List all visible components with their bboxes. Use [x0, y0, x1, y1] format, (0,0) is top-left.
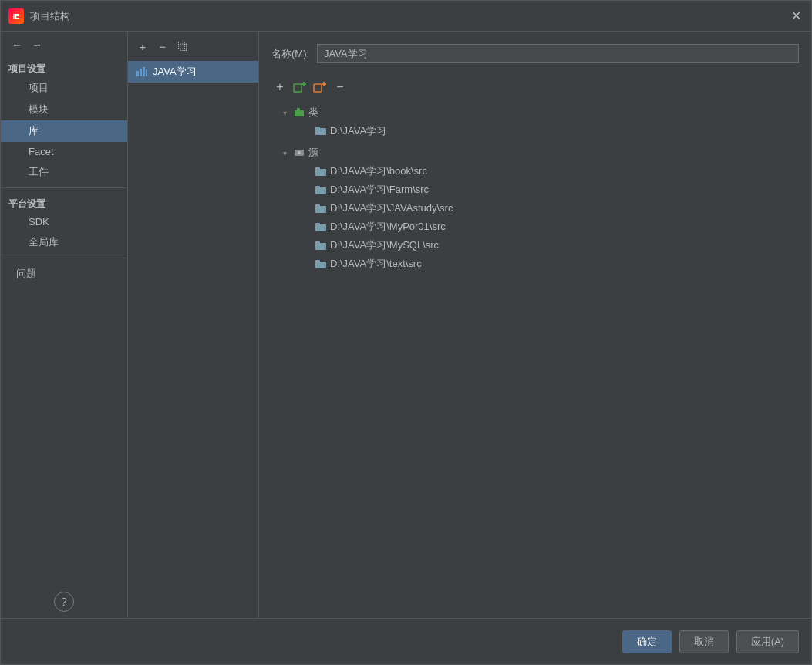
name-label: 名称(M): [271, 47, 309, 61]
class-label: 类 [308, 106, 318, 120]
middle-remove-button[interactable]: − [154, 38, 171, 55]
middle-item-label: JAVA学习 [153, 65, 197, 79]
sidebar-item-problems[interactable]: 问题 [1, 263, 127, 285]
sidebar-item-module[interactable]: 模块 [1, 99, 127, 120]
svg-rect-13 [315, 127, 320, 130]
app-icon: IE [8, 8, 24, 24]
dialog: IE 项目结构 ✕ ← → 项目设置 项目 模块 [0, 0, 812, 665]
close-button[interactable]: ✕ [788, 8, 804, 24]
middle-panel: + − ⿻ JAVA学习 [128, 32, 259, 618]
confirm-button[interactable]: 确定 [622, 630, 672, 653]
library-icon [136, 66, 148, 77]
apply-button[interactable]: 应用(A) [736, 630, 799, 653]
class-tree-node[interactable]: ▾ 类 [279, 103, 799, 122]
class-child-node[interactable]: D:\JAVA学习 [301, 122, 799, 140]
sidebar-nav: ← → [1, 32, 127, 58]
class-child-label: D:\JAVA学习 [330, 124, 386, 138]
dialog-title: 项目结构 [30, 9, 70, 23]
project-settings-label: 项目设置 [1, 58, 127, 77]
svg-rect-4 [294, 84, 302, 92]
add-class-button[interactable] [291, 79, 308, 96]
source-label: 源 [308, 146, 318, 160]
name-row: 名称(M): [271, 44, 799, 63]
source-child-1[interactable]: D:\JAVA学习\Farm\src [301, 181, 799, 199]
svg-rect-10 [295, 110, 304, 116]
source-child-0[interactable]: D:\JAVA学习\book\src [301, 162, 799, 181]
sidebar-item-project[interactable]: 项目 [1, 77, 127, 99]
sidebar-item-global-lib[interactable]: 全局库 [1, 231, 127, 253]
right-panel: 名称(M): + [259, 32, 811, 618]
right-toolbar: + [271, 79, 799, 96]
sidebar-item-artifact[interactable]: 工件 [1, 161, 127, 183]
middle-item-java-study[interactable]: JAVA学习 [128, 61, 258, 83]
source-child-4[interactable]: D:\JAVA学习\MySQL\src [301, 236, 799, 255]
svg-point-15 [298, 151, 301, 154]
folder-icon-3 [315, 221, 327, 232]
class-toggle[interactable]: ▾ [279, 109, 290, 117]
svg-rect-2 [143, 67, 145, 76]
help-button[interactable]: ? [54, 592, 74, 612]
title-bar: IE 项目结构 ✕ [1, 1, 811, 32]
svg-rect-7 [314, 84, 322, 92]
source-tree-node[interactable]: ▾ 源 [279, 143, 799, 162]
folder-icon-4 [315, 240, 327, 251]
middle-copy-button[interactable]: ⿻ [174, 38, 191, 55]
folder-icon-2 [315, 203, 327, 214]
svg-rect-11 [297, 108, 300, 111]
svg-rect-19 [315, 186, 320, 189]
source-children: D:\JAVA学习\book\src D:\JAVA学习\Farm\src [279, 162, 799, 273]
source-child-2[interactable]: D:\JAVA学习\JAVAstudy\src [301, 199, 799, 218]
source-child-3[interactable]: D:\JAVA学习\MyPor01\src [301, 218, 799, 236]
folder-icon-0 [315, 166, 327, 177]
sidebar-divider-2 [1, 258, 127, 258]
bottom-bar: 确定 取消 应用(A) [1, 618, 811, 664]
source-icon [293, 147, 305, 158]
svg-rect-17 [315, 167, 320, 170]
sidebar-bottom: ? [1, 586, 127, 618]
folder-icon-class [315, 125, 327, 138]
sidebar-divider [1, 187, 127, 188]
svg-rect-1 [140, 69, 142, 76]
class-icon [293, 107, 305, 118]
name-input[interactable] [317, 44, 799, 63]
svg-rect-21 [315, 204, 320, 208]
add-source-icon [313, 80, 327, 94]
svg-rect-3 [146, 69, 147, 76]
middle-toolbar: + − ⿻ [128, 32, 258, 61]
forward-button[interactable]: → [29, 36, 45, 53]
sidebar-item-library[interactable]: 库 [1, 120, 127, 142]
remove-button[interactable]: − [332, 79, 349, 96]
platform-settings-label: 平台设置 [1, 193, 127, 212]
source-child-5[interactable]: D:\JAVA学习\text\src [301, 255, 799, 273]
sidebar-item-facet[interactable]: Facet [1, 142, 127, 161]
source-toggle[interactable]: ▾ [279, 149, 290, 157]
svg-rect-0 [136, 71, 139, 76]
svg-rect-27 [315, 260, 320, 263]
sidebar-item-sdk[interactable]: SDK [1, 212, 127, 231]
tree-area: ▾ 类 [271, 103, 799, 606]
folder-icon-1 [315, 184, 327, 195]
svg-rect-25 [315, 241, 320, 245]
svg-rect-23 [315, 223, 320, 226]
class-child-row: D:\JAVA学习 [279, 122, 799, 140]
add-class-icon [293, 80, 307, 94]
sidebar: ← → 项目设置 项目 模块 库 Facet 工件 [1, 32, 128, 618]
add-button[interactable]: + [271, 79, 288, 96]
folder-icon-5 [315, 258, 327, 269]
intellij-logo: IE [8, 8, 24, 24]
middle-add-button[interactable]: + [134, 38, 151, 55]
cancel-button[interactable]: 取消 [679, 630, 729, 653]
add-source-button[interactable] [312, 79, 329, 96]
main-content: ← → 项目设置 项目 模块 库 Facet 工件 [1, 32, 811, 618]
back-button[interactable]: ← [8, 36, 25, 53]
